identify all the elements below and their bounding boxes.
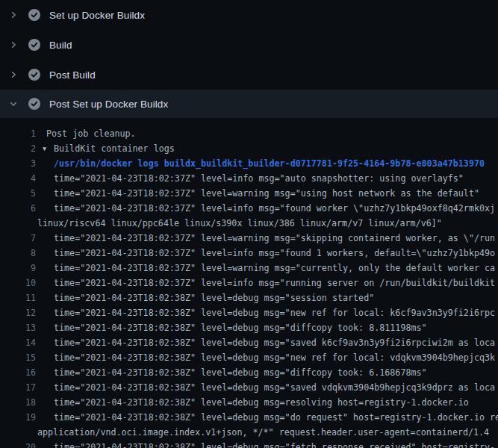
check-circle-icon (28, 9, 40, 21)
log-text: time="2021-04-23T18:02:37Z" level=info m… (54, 201, 495, 216)
log-viewer: 1Post job cleanup.2▼BuildKit container l… (0, 118, 498, 448)
log-line: 15time="2021-04-23T18:02:38Z" level=debu… (0, 350, 498, 365)
line-number[interactable]: 4 (0, 171, 36, 186)
log-text: time="2021-04-23T18:02:38Z" level=debug … (54, 350, 495, 365)
line-number[interactable]: 6 (0, 201, 36, 216)
log-line: 8time="2021-04-23T18:02:37Z" level=info … (0, 246, 498, 261)
group-collapse-toggle-icon[interactable]: ▼ (43, 141, 54, 156)
check-circle-icon (28, 69, 40, 81)
log-line: linux/riscv64 linux/ppc64le linux/s390x … (0, 216, 498, 231)
log-line: 3/usr/bin/docker logs buildx_buildkit_bu… (0, 156, 498, 171)
log-line: 9time="2021-04-23T18:02:37Z" level=warni… (0, 261, 498, 276)
step-label: Set up Docker Buildx (49, 10, 145, 21)
line-number[interactable]: 1 (0, 126, 36, 141)
line-number[interactable]: 10 (0, 276, 36, 290)
line-number[interactable]: 18 (0, 395, 36, 410)
log-text: application/vnd.oci.image.index.v1+json,… (37, 425, 489, 440)
log-text: time="2021-04-23T18:02:38Z" level=debug … (54, 380, 495, 395)
line-number[interactable]: 8 (0, 246, 36, 261)
step-header-build[interactable]: Build (0, 30, 498, 60)
chevron-right-icon[interactable] (7, 69, 19, 81)
line-number[interactable]: 2 (0, 141, 36, 156)
log-text: time="2021-04-23T18:02:37Z" level=info m… (54, 171, 464, 186)
check-circle-icon (28, 39, 40, 51)
line-number[interactable]: 12 (0, 305, 36, 320)
step-header-set-up-docker-buildx[interactable]: Set up Docker Buildx (0, 0, 498, 30)
log-line: 5time="2021-04-23T18:02:37Z" level=warni… (0, 186, 498, 201)
log-text: time="2021-04-23T18:02:38Z" level=debug … (54, 335, 495, 350)
log-text: time="2021-04-23T18:02:37Z" level=warnin… (54, 231, 495, 246)
log-text: time="2021-04-23T18:02:37Z" level=info m… (54, 246, 495, 261)
line-number (0, 216, 36, 231)
line-number[interactable]: 20 (0, 440, 36, 448)
line-number[interactable]: 17 (0, 380, 36, 395)
log-line: 18time="2021-04-23T18:02:38Z" level=debu… (0, 395, 498, 410)
log-line: application/vnd.oci.image.index.v1+json,… (0, 425, 498, 440)
log-text: time="2021-04-23T18:02:38Z" level=debug … (54, 365, 427, 380)
log-line: 20time="2021-04-23T18:02:38Z" level=debu… (0, 440, 498, 448)
step-list: Set up Docker BuildxBuildPost BuildPost … (0, 0, 498, 118)
log-line: 11time="2021-04-23T18:02:38Z" level=debu… (0, 290, 498, 305)
line-number[interactable]: 5 (0, 186, 36, 201)
line-number[interactable]: 9 (0, 261, 36, 276)
line-number[interactable]: 7 (0, 231, 36, 246)
log-text: time="2021-04-23T18:02:37Z" level=warnin… (54, 261, 495, 276)
log-line: 16time="2021-04-23T18:02:38Z" level=debu… (0, 365, 498, 380)
log-line: 6time="2021-04-23T18:02:37Z" level=info … (0, 201, 498, 216)
log-text: linux/riscv64 linux/ppc64le linux/s390x … (37, 216, 442, 231)
line-number[interactable]: 19 (0, 410, 36, 425)
log-text: time="2021-04-23T18:02:38Z" level=debug … (54, 290, 374, 305)
log-command-text: /usr/bin/docker logs buildx_buildkit_bui… (54, 156, 485, 171)
log-text: time="2021-04-23T18:02:37Z" level=info m… (54, 276, 495, 290)
line-number[interactable]: 14 (0, 335, 36, 350)
check-circle-icon (28, 98, 40, 110)
line-number (0, 425, 36, 440)
log-text: Post job cleanup. (46, 126, 136, 141)
chevron-right-icon[interactable] (7, 39, 19, 51)
line-number[interactable]: 16 (0, 365, 36, 380)
log-text: time="2021-04-23T18:02:38Z" level=debug … (54, 395, 469, 410)
log-text: time="2021-04-23T18:02:37Z" level=warnin… (54, 186, 479, 201)
log-text: time="2021-04-23T18:02:38Z" level=debug … (54, 320, 427, 335)
log-line: 4time="2021-04-23T18:02:37Z" level=info … (0, 171, 498, 186)
log-line: 14time="2021-04-23T18:02:38Z" level=debu… (0, 335, 498, 350)
chevron-down-icon[interactable] (7, 98, 19, 110)
line-number[interactable]: 3 (0, 156, 36, 171)
step-label: Build (49, 40, 72, 51)
line-number[interactable]: 15 (0, 350, 36, 365)
log-text: BuildKit container logs (54, 141, 175, 156)
log-line: 12time="2021-04-23T18:02:38Z" level=debu… (0, 305, 498, 320)
step-header-post-set-up-docker-buildx[interactable]: Post Set up Docker Buildx (0, 90, 498, 118)
log-line: 10time="2021-04-23T18:02:37Z" level=info… (0, 276, 498, 290)
line-number[interactable]: 13 (0, 320, 36, 335)
log-text: time="2021-04-23T18:02:38Z" level=debug … (54, 305, 495, 320)
log-line: 19time="2021-04-23T18:02:38Z" level=debu… (0, 410, 498, 425)
log-text: time="2021-04-23T18:02:38Z" level=debug … (54, 440, 495, 448)
log-line: 2▼BuildKit container logs (0, 141, 498, 156)
line-number[interactable]: 11 (0, 290, 36, 305)
log-text: time="2021-04-23T18:02:38Z" level=debug … (54, 410, 498, 425)
log-line: 7time="2021-04-23T18:02:37Z" level=warni… (0, 231, 498, 246)
chevron-right-icon[interactable] (7, 9, 19, 21)
log-line: 1Post job cleanup. (0, 126, 498, 141)
log-line: 13time="2021-04-23T18:02:38Z" level=debu… (0, 320, 498, 335)
step-label: Post Set up Docker Buildx (49, 99, 168, 110)
log-line: 17time="2021-04-23T18:02:38Z" level=debu… (0, 380, 498, 395)
step-label: Post Build (49, 69, 96, 81)
step-header-post-build[interactable]: Post Build (0, 60, 498, 90)
